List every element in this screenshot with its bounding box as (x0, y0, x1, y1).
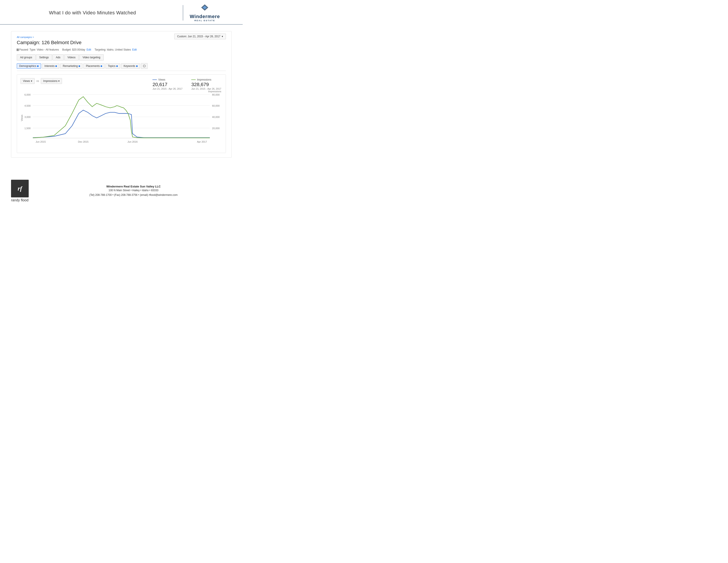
chart-container: Views ▾ vs Impressions ▾ Views 20,617 (17, 74, 226, 153)
rf-logo: rf (11, 180, 29, 197)
windermere-diamond-icon (200, 4, 209, 13)
targeting-tab-topics[interactable]: Topics (105, 63, 120, 69)
demographics-dot (37, 65, 39, 67)
x-jun2015: Jun 2015 (36, 140, 46, 143)
x-apr2017: Apr 2017 (197, 140, 207, 143)
views-metric-label: Views (23, 79, 30, 83)
targeting-tab-remarketing[interactable]: Remarketing (60, 63, 83, 69)
views-line (33, 110, 210, 138)
views-metric-button[interactable]: Views ▾ (21, 78, 35, 84)
footer-company-name: Windermere Real Estate Sun Valley LLC (35, 185, 232, 188)
chevron-down-icon: ▾ (222, 35, 223, 38)
chart-view-toggle[interactable]: ⎔ (141, 63, 148, 69)
placements-label: Placements (86, 64, 100, 68)
placements-dot (101, 65, 102, 67)
impressions-chevron-icon: ▾ (58, 79, 60, 83)
y-left-3000: 3,000 (24, 116, 31, 118)
rf-logo-area: rf randy flood (11, 180, 29, 202)
demographics-label: Demographics (19, 64, 36, 68)
budget-label: Budget: $20.00/day (62, 48, 85, 51)
targeting-tabs: Demographics Interests Remarketing Place… (17, 63, 226, 71)
header-divider (183, 5, 183, 21)
main-content: Custom: Jun 21, 2015 - Apr 26, 2017 ▾ Al… (0, 24, 243, 171)
targeting-tab-placements[interactable]: Placements (83, 63, 105, 69)
interests-label: Interests (44, 64, 54, 68)
targeting-tab-interests[interactable]: Interests (42, 63, 59, 69)
logo-area: Windermere REAL ESTATE (190, 4, 234, 22)
impressions-line (33, 97, 210, 138)
impressions-metric-button[interactable]: Impressions ▾ (41, 78, 62, 84)
campaign-title: Campaign: 126 Belmont Drive (17, 40, 226, 45)
views-legend-label: Views (158, 78, 165, 81)
remarketing-dot (79, 65, 80, 67)
tab-settings[interactable]: Settings (36, 54, 52, 60)
views-legend-line: Views (152, 78, 182, 81)
y-right-40000: 40,000 (212, 116, 220, 118)
y-right-20000: 20,000 (212, 127, 220, 130)
campaign-meta: Paused Type: Video - All features Budget… (17, 48, 226, 51)
y-right-60000: 60,000 (212, 104, 220, 107)
paused-badge: Paused (17, 48, 28, 51)
keywords-label: Keywords (124, 64, 135, 68)
campaign-area: Custom: Jun 21, 2015 - Apr 26, 2017 ▾ Al… (11, 31, 232, 158)
y-left-axis-label: Views (21, 115, 23, 121)
x-jun2016: Jun 2016 (128, 140, 138, 143)
tab-video-targeting[interactable]: Video targeting (79, 54, 104, 60)
y-left-1500: 1,500 (24, 127, 31, 130)
y-left-4500: 4,500 (24, 104, 31, 107)
main-tabs: Ad groups Settings Ads Videos Video targ… (17, 54, 226, 60)
windermere-logo: Windermere REAL ESTATE (190, 4, 220, 22)
footer-address: 100 N Main Street • Hailey • Idaho • 833… (35, 188, 232, 192)
impressions-metric-label: Impressions (43, 79, 58, 83)
views-chevron-icon: ▾ (31, 79, 32, 83)
footer-contact-info: Windermere Real Estate Sun Valley LLC 10… (35, 185, 232, 197)
impressions-legend-label: Impressions (197, 78, 211, 81)
views-line-color (152, 79, 157, 80)
date-range-label: Custom: Jun 21, 2015 - Apr 26, 2017 (177, 35, 220, 38)
tab-videos[interactable]: Videos (64, 54, 79, 60)
budget-edit-link[interactable]: Edit (86, 48, 91, 51)
logo-brand-name: Windermere (190, 14, 220, 19)
chart-svg-area: 6,000 4,500 3,000 1,500 Views 80,000 60,… (21, 86, 222, 149)
header-title: What I do with Video Minutes Watched (49, 10, 136, 15)
tab-ad-groups[interactable]: Ad groups (17, 54, 36, 60)
page-header: What I do with Video Minutes Watched Win… (0, 0, 243, 24)
tab-ads[interactable]: Ads (53, 54, 64, 60)
rf-logo-text: rf (18, 185, 22, 192)
targeting-label: Targeting: Idaho, United States (94, 48, 131, 51)
page-footer: rf randy flood Windermere Real Estate Su… (0, 175, 243, 207)
type-label: Type: Video - All features (30, 48, 59, 51)
vs-text: vs (36, 79, 39, 83)
y-right-80000: 80,000 (212, 93, 220, 96)
interests-dot (55, 65, 57, 67)
header-title-area: What I do with Video Minutes Watched (9, 10, 176, 16)
x-dec2015: Dec 2015 (78, 140, 88, 143)
keywords-dot (136, 65, 138, 67)
y-left-6000: 6,000 (24, 93, 31, 96)
impressions-legend-line: Impressions (191, 78, 221, 81)
topics-label: Topics (108, 64, 115, 68)
targeting-tab-demographics[interactable]: Demographics (17, 63, 41, 69)
date-range-button[interactable]: Custom: Jun 21, 2015 - Apr 26, 2017 ▾ (174, 34, 226, 39)
agent-name: randy flood (11, 198, 29, 202)
chart-svg: 6,000 4,500 3,000 1,500 Views 80,000 60,… (21, 86, 222, 149)
remarketing-label: Remarketing (63, 64, 78, 68)
targeting-tab-keywords[interactable]: Keywords (121, 63, 140, 69)
logo-sub-text: REAL ESTATE (190, 19, 220, 22)
topics-dot (116, 65, 118, 67)
targeting-edit-link[interactable]: Edit (132, 48, 137, 51)
chart-icon: ⎔ (143, 64, 146, 68)
footer-phone: (Tel) 208-788-1700 • (Fax) 208-788-3756 … (35, 193, 232, 197)
pause-icon (17, 49, 19, 51)
impressions-line-color (191, 79, 196, 80)
